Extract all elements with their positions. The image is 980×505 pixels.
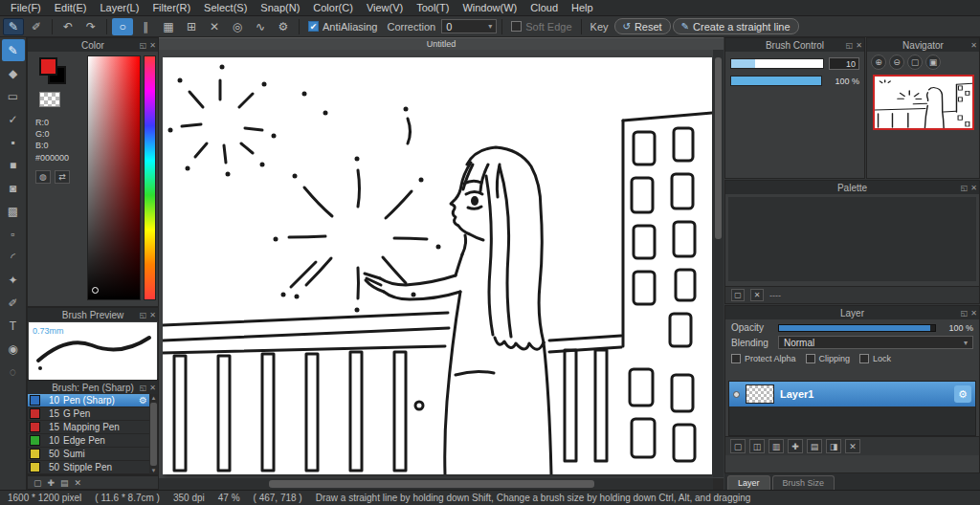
tool-bucket[interactable]: ◙ <box>2 177 25 199</box>
redo-button[interactable]: ↷ <box>80 18 101 35</box>
tool-select[interactable]: ▫ <box>2 223 25 245</box>
foreground-color-swatch[interactable] <box>39 57 57 76</box>
tool-eyedropper[interactable]: ◌ <box>2 361 25 383</box>
snap-vanishing-button[interactable]: ✕ <box>204 18 225 35</box>
delete-layer-button[interactable]: ✕ <box>845 439 860 453</box>
tool-select-pen[interactable]: ✐ <box>2 292 25 314</box>
antialiasing-checkbox[interactable]: ✔ AntiAliasing <box>304 21 381 33</box>
menu-help[interactable]: Help <box>565 0 600 15</box>
tool-dot[interactable]: ▪ <box>2 131 25 153</box>
palette-swatches-area[interactable] <box>728 197 976 281</box>
brush-opacity-slider[interactable] <box>730 76 822 86</box>
brush-mode-button[interactable]: ✎ <box>3 18 24 35</box>
layer-row-layer1[interactable]: Layer1 ⚙ <box>729 382 975 406</box>
tool-eraser[interactable]: ◆ <box>2 62 25 84</box>
layer-visibility-icon[interactable] <box>733 391 740 398</box>
sv-cursor[interactable] <box>92 287 99 294</box>
popout-icon[interactable]: ◱ <box>140 41 147 50</box>
soft-edge-checkbox[interactable]: Soft Edge <box>507 21 575 33</box>
close-icon[interactable]: ✕ <box>970 309 977 318</box>
lock-checkbox[interactable]: Lock <box>859 354 891 363</box>
menu-select[interactable]: Select(S) <box>197 0 254 15</box>
popout-icon[interactable]: ◱ <box>140 311 147 319</box>
popout-icon[interactable]: ◱ <box>961 184 969 192</box>
undo-button[interactable]: ↶ <box>57 18 78 35</box>
brush-item-edge-pen[interactable]: 10 Edge Pen <box>28 434 149 448</box>
snap-settings-button[interactable]: ⚙ <box>273 18 294 35</box>
new-brush-icon[interactable]: ▢ <box>33 478 42 488</box>
brush-settings-icon[interactable]: ⚙ <box>139 395 147 406</box>
layer-opacity-slider[interactable] <box>778 324 936 332</box>
brush-list-scrollbar[interactable]: ▲ ▼ <box>149 394 158 474</box>
brush-preview-header[interactable]: Brush Preview ◱ ✕ <box>28 308 158 321</box>
tab-brush-size[interactable]: Brush Size <box>772 475 835 490</box>
fit-window-icon[interactable]: ▢ <box>907 55 923 70</box>
add-palette-color-icon[interactable]: ▢ <box>731 289 745 301</box>
tool-draw[interactable]: ✓ <box>2 108 25 130</box>
scrollbar-thumb[interactable] <box>150 403 157 466</box>
pen-mode-button[interactable]: ✐ <box>26 18 47 35</box>
saturation-value-picker[interactable] <box>87 55 141 300</box>
snap-off-button[interactable]: ○ <box>112 18 133 35</box>
brush-folder-icon[interactable]: ▤ <box>60 478 69 488</box>
close-icon[interactable]: ✕ <box>970 41 977 50</box>
brush-control-header[interactable]: Brush Control ◱ ✕ <box>725 38 864 52</box>
menu-snap[interactable]: Snap(N) <box>254 0 306 15</box>
popout-icon[interactable]: ◱ <box>846 41 854 50</box>
document-tab[interactable]: Untitled <box>159 37 724 50</box>
menu-layer[interactable]: Layer(L) <box>93 0 145 15</box>
color-wheel-button[interactable]: ◍ <box>35 170 51 184</box>
folder-button[interactable]: ▤ <box>807 439 822 453</box>
navigator-thumbnail[interactable] <box>873 75 974 130</box>
correction-dropdown[interactable]: 0 ▾ <box>441 19 497 33</box>
close-icon[interactable]: ✕ <box>970 184 977 192</box>
palette-header[interactable]: Palette ◱ ✕ <box>725 181 979 194</box>
add-brush-icon[interactable]: ✚ <box>48 478 56 488</box>
snap-crisscross-button[interactable]: ⊞ <box>181 18 202 35</box>
menu-view[interactable]: View(V) <box>360 0 410 15</box>
popout-icon[interactable]: ◱ <box>961 309 969 318</box>
merge-layer-button[interactable]: ▥ <box>768 439 784 453</box>
close-icon[interactable]: ✕ <box>149 41 156 50</box>
delete-palette-color-icon[interactable]: ✕ <box>750 289 764 301</box>
reset-button[interactable]: ↺ Reset <box>614 18 671 34</box>
brush-item-stipple-pen[interactable]: 50 Stipple Pen <box>28 461 149 474</box>
brush-item-g-pen[interactable]: 15 G Pen <box>28 407 149 421</box>
tool-hand[interactable]: ◉ <box>2 338 25 360</box>
tool-brush[interactable]: ✎ <box>2 39 25 61</box>
hue-slider[interactable] <box>144 55 156 300</box>
layer-settings-icon[interactable]: ⚙ <box>954 385 971 403</box>
tool-fill[interactable]: ■ <box>2 154 25 176</box>
create-straight-line-button[interactable]: ✎ Create a straight line <box>673 18 799 34</box>
protect-alpha-checkbox[interactable]: Protect Alpha <box>731 354 796 363</box>
zoom-out-icon[interactable]: ⊖ <box>889 55 904 70</box>
color-panel-header[interactable]: Color ◱ ✕ <box>28 38 158 52</box>
menu-tool[interactable]: Tool(T) <box>410 0 456 15</box>
popout-icon[interactable]: ◱ <box>140 384 147 392</box>
snap-grid-button[interactable]: ▦ <box>158 18 179 35</box>
close-icon[interactable]: ✕ <box>856 41 862 50</box>
swap-colors-button[interactable]: ⇄ <box>55 170 70 184</box>
tool-gradient[interactable]: ▩ <box>2 200 25 222</box>
actual-size-icon[interactable]: ▣ <box>925 55 941 70</box>
snap-parallel-button[interactable]: ∥ <box>135 18 156 35</box>
delete-brush-icon[interactable]: ✕ <box>75 478 82 488</box>
zoom-in-icon[interactable]: ⊕ <box>871 55 886 70</box>
tool-lasso[interactable]: ◜ <box>2 246 25 268</box>
brush-list-header[interactable]: Brush: Pen (Sharp) ◱ ✕ <box>28 381 158 394</box>
menu-file[interactable]: File(F) <box>4 0 48 15</box>
snap-radial-button[interactable]: ◎ <box>227 18 248 35</box>
menu-edit[interactable]: Edit(E) <box>48 0 94 15</box>
scrollbar-thumb[interactable] <box>269 480 594 488</box>
scrollbar-thumb[interactable] <box>715 57 722 239</box>
brush-item-mapping-pen[interactable]: 15 Mapping Pen <box>28 421 149 434</box>
brush-size-slider[interactable] <box>730 58 824 69</box>
scroll-down-icon[interactable]: ▼ <box>151 467 157 474</box>
add-folder-button[interactable]: ✚ <box>788 439 803 453</box>
menu-filter[interactable]: Filter(R) <box>145 0 197 15</box>
brush-item-pen-sharp[interactable]: 10 Pen (Sharp) ⚙ <box>28 394 149 407</box>
clipping-checkbox[interactable]: Clipping <box>806 354 851 363</box>
snap-curve-button[interactable]: ∿ <box>250 18 271 35</box>
tab-layer[interactable]: Layer <box>727 475 770 490</box>
add-layer-button[interactable]: ▢ <box>730 439 746 453</box>
